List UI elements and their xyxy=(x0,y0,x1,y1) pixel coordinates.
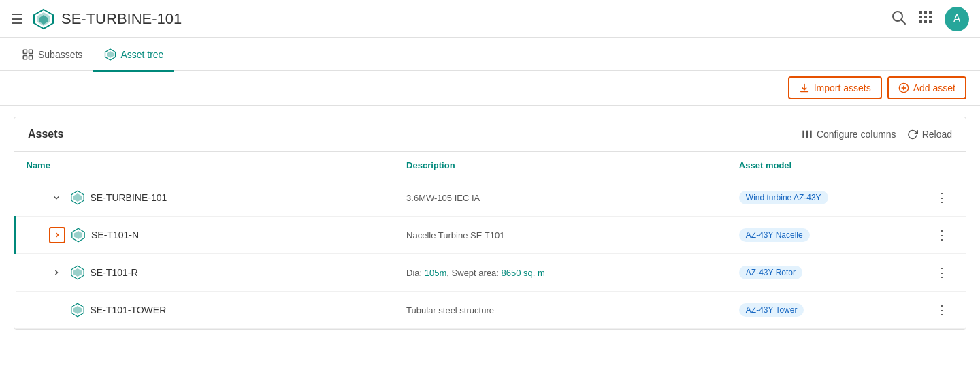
svg-rect-15 xyxy=(23,50,27,53)
description-cell: Tubular steel structure xyxy=(395,292,728,329)
assets-table: Name Description Asset model xyxy=(14,152,966,329)
svg-rect-13 xyxy=(924,20,927,23)
asset-icon xyxy=(70,190,85,205)
table-row: SE-T101-R Dia: 105m, Swept area: 8650 sq… xyxy=(16,254,966,292)
table-row: SE-TURBINE-101 3.6MW-105 IEC IA Wind tur… xyxy=(16,179,966,217)
expand-button[interactable] xyxy=(49,227,65,243)
app-logo xyxy=(31,7,56,31)
description-cell: Nacelle Turbine SE T101 xyxy=(395,217,728,254)
table-row: SE-T101-TOWER Tubular steel structure AZ… xyxy=(16,292,966,329)
configure-columns-label: Configure columns xyxy=(817,129,896,140)
asset-description: Tubular steel structure xyxy=(406,305,494,315)
asset-description: 3.6MW-105 IEC IA xyxy=(406,193,480,203)
asset-icon xyxy=(71,228,86,243)
assets-header: Assets Configure columns Reload xyxy=(14,117,966,152)
tab-subassets[interactable]: Subassets xyxy=(11,39,93,72)
svg-marker-34 xyxy=(73,306,81,314)
model-cell: AZ-43Y Nacelle xyxy=(728,217,918,254)
col-header-description: Description xyxy=(395,152,728,179)
assets-section: Assets Configure columns Reload xyxy=(14,117,966,330)
assets-title: Assets xyxy=(28,128,63,140)
reload-button[interactable]: Reload xyxy=(907,129,952,140)
name-cell: SE-TURBINE-101 xyxy=(16,179,396,217)
tab-asset-tree-label: Asset tree xyxy=(120,49,163,60)
menu-icon[interactable]: ☰ xyxy=(11,11,23,27)
svg-marker-28 xyxy=(73,194,81,202)
asset-name: SE-T101-N xyxy=(91,230,139,241)
model-cell: Wind turbine AZ-43Y xyxy=(728,179,918,217)
more-options-button[interactable]: ⋮ xyxy=(930,300,953,320)
svg-rect-24 xyxy=(802,131,804,138)
svg-rect-17 xyxy=(23,55,27,59)
import-assets-button[interactable]: Import assets xyxy=(788,76,882,99)
user-avatar[interactable]: A xyxy=(945,7,969,31)
import-assets-label: Import assets xyxy=(814,82,871,93)
col-header-model: Asset model xyxy=(728,152,918,179)
description-cell: 3.6MW-105 IEC IA xyxy=(395,179,728,217)
page-title: SE-TURBINE-101 xyxy=(61,10,890,28)
highlight-2: 8650 sq. m xyxy=(502,268,545,278)
name-cell: SE-T101-TOWER xyxy=(16,292,396,329)
description-cell: Dia: 105m, Swept area: 8650 sq. m xyxy=(395,254,728,292)
svg-rect-10 xyxy=(924,16,927,18)
svg-marker-20 xyxy=(107,51,114,58)
model-cell: AZ-43Y Tower xyxy=(728,292,918,329)
col-header-action xyxy=(918,152,966,179)
search-icon xyxy=(890,9,906,25)
asset-name: SE-TURBINE-101 xyxy=(91,192,167,203)
svg-rect-26 xyxy=(810,131,812,138)
configure-columns-icon xyxy=(802,129,813,140)
asset-model-badge: AZ-43Y Nacelle xyxy=(739,228,810,242)
svg-rect-11 xyxy=(929,16,932,18)
tabs-bar: Subassets Asset tree xyxy=(0,38,980,71)
action-cell: ⋮ xyxy=(918,292,966,329)
svg-rect-12 xyxy=(919,20,922,23)
svg-rect-8 xyxy=(929,11,932,14)
search-button[interactable] xyxy=(890,9,906,29)
header-actions: A xyxy=(890,7,969,31)
add-asset-label: Add asset xyxy=(913,82,956,93)
svg-marker-32 xyxy=(73,268,81,277)
assets-header-actions: Configure columns Reload xyxy=(802,129,952,140)
svg-rect-6 xyxy=(919,11,922,14)
grid-button[interactable] xyxy=(917,9,934,29)
import-icon xyxy=(799,82,810,93)
asset-model-badge: AZ-43Y Tower xyxy=(739,303,804,317)
more-options-button[interactable]: ⋮ xyxy=(930,262,953,283)
asset-description: Dia: 105m, Swept area: 8650 sq. m xyxy=(406,268,545,278)
expand-button[interactable] xyxy=(48,189,65,206)
asset-model-badge: AZ-43Y Rotor xyxy=(739,266,802,279)
asset-description: Nacelle Turbine SE T101 xyxy=(406,230,504,241)
highlight-1: 105m xyxy=(425,268,447,278)
tab-subassets-label: Subassets xyxy=(38,49,82,60)
action-cell: ⋮ xyxy=(918,217,966,254)
table-header: Name Description Asset model xyxy=(16,152,966,179)
asset-model-badge: Wind turbine AZ-43Y xyxy=(739,191,828,204)
chevron-right-icon xyxy=(52,268,61,277)
svg-rect-14 xyxy=(929,20,932,23)
add-asset-button[interactable]: Add asset xyxy=(887,76,966,99)
reload-icon xyxy=(907,129,918,140)
chevron-down-icon xyxy=(52,193,61,202)
more-options-button[interactable]: ⋮ xyxy=(930,225,953,245)
svg-rect-18 xyxy=(29,55,33,59)
name-cell: SE-T101-R xyxy=(16,254,396,292)
col-header-name: Name xyxy=(16,152,396,179)
grid-icon xyxy=(917,9,934,25)
name-cell: SE-T101-N xyxy=(16,217,396,254)
svg-rect-7 xyxy=(924,11,927,14)
svg-line-5 xyxy=(902,20,906,24)
add-icon xyxy=(898,82,909,93)
tab-asset-tree[interactable]: Asset tree xyxy=(93,39,174,72)
asset-name: SE-T101-TOWER xyxy=(91,305,167,315)
asset-name: SE-T101-R xyxy=(91,267,138,278)
expand-button[interactable] xyxy=(48,264,65,281)
configure-columns-button[interactable]: Configure columns xyxy=(802,129,896,140)
reload-label: Reload xyxy=(922,129,952,140)
subassets-icon xyxy=(22,48,34,61)
table-row: SE-T101-N Nacelle Turbine SE T101 AZ-43Y… xyxy=(16,217,966,254)
more-options-button[interactable]: ⋮ xyxy=(930,187,953,208)
model-cell: AZ-43Y Rotor xyxy=(728,254,918,292)
asset-tree-icon xyxy=(104,48,116,61)
header: ☰ SE-TURBINE-101 xyxy=(0,0,980,38)
